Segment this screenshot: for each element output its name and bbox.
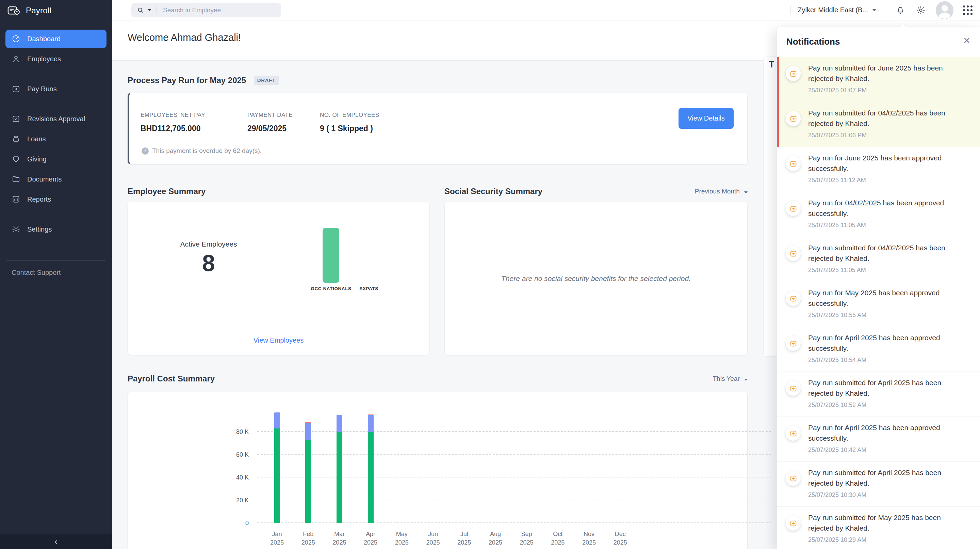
notification-text: Pay run submitted for April 2025 has bee…	[808, 377, 968, 399]
sidebar-item-revisions-approval[interactable]: Revisions Approval	[5, 110, 107, 128]
search-divider	[156, 6, 157, 14]
notification-item[interactable]: Pay run for 04/02/2025 has been approved…	[777, 192, 980, 237]
sidebar-item-loans[interactable]: Loans	[5, 130, 107, 148]
payrun-card: EMPLOYEES' NET PAY BHD112,705.000 PAYMEN…	[127, 93, 748, 164]
giving-icon	[11, 155, 21, 163]
sidebar-item-label: Documents	[27, 176, 62, 183]
org-selector[interactable]: Zylker Middle East (B...	[798, 6, 868, 14]
notification-item[interactable]: Pay run submitted for 04/02/2025 has bee…	[777, 102, 980, 147]
payroll-logo-icon	[8, 5, 21, 16]
close-icon[interactable]: ×	[963, 34, 970, 46]
dashboard-icon	[11, 34, 21, 43]
card-footer-divider	[142, 327, 415, 327]
chevron-down-icon	[744, 379, 748, 381]
sidebar-item-employees[interactable]: Employees	[5, 50, 107, 68]
topbar-divider	[883, 5, 883, 15]
sidebar-item-label: Revisions Approval	[27, 115, 85, 123]
x-axis-tick-label: Dec2025	[605, 530, 636, 547]
global-search[interactable]	[131, 3, 281, 18]
search-scope-caret-icon[interactable]	[148, 9, 151, 11]
filter-label: This Year	[713, 375, 740, 382]
payrun-calendar-icon	[786, 66, 801, 81]
y-axis-tick-label: 80 K	[225, 428, 249, 436]
gcc-nationals-bar	[323, 228, 339, 282]
blue-segment	[368, 415, 374, 432]
sidebar-item-dashboard[interactable]: Dashboard	[5, 30, 107, 48]
topbar-divider	[791, 5, 791, 15]
notification-item[interactable]: Pay run submitted for April 2025 has bee…	[777, 462, 980, 507]
payrun-calendar-icon	[786, 111, 801, 126]
notification-item[interactable]: Pay run submitted for May 2025 has been …	[777, 507, 980, 549]
empty-state-message: There are no social security benefits fo…	[501, 274, 691, 282]
notification-time: 25/07/2025 10:29 AM	[808, 536, 970, 544]
search-input[interactable]	[162, 6, 264, 14]
employee-summary-heading: Employee Summary	[127, 187, 205, 196]
payrun-calendar-icon	[786, 515, 801, 531]
view-employees-link[interactable]: View Employees	[128, 337, 429, 344]
sidebar-item-documents[interactable]: Documents	[5, 170, 107, 188]
sidebar-group-gap	[0, 100, 112, 108]
sidebar-item-reports[interactable]: Reports	[5, 190, 107, 208]
stat-label: EMPLOYEES' NET PAY	[140, 112, 205, 118]
x-axis-tick-label: Jun2025	[417, 530, 449, 547]
notification-text: Pay run for April 2025 has been approved…	[808, 422, 968, 444]
status-badge: DRAFT	[254, 76, 279, 85]
payroll-cost-filter[interactable]: This Year	[612, 375, 748, 383]
payrun-calendar-icon	[786, 381, 801, 396]
view-details-button[interactable]: View Details	[679, 108, 733, 129]
overdue-note: i This payment is overdue by 62 day(s).	[142, 147, 262, 155]
stacked-bar	[305, 422, 311, 523]
notification-item[interactable]: Pay run for May 2025 has been approved s…	[777, 282, 980, 327]
sidebar-item-giving[interactable]: Giving	[5, 150, 107, 168]
stat-value: 9 ( 1 Skipped )	[320, 124, 379, 133]
x-axis-tick-label: Aug2025	[480, 530, 511, 547]
active-employees-label: Active Employees	[140, 240, 277, 248]
notification-item[interactable]: Pay run for April 2025 has been approved…	[777, 417, 980, 462]
y-axis-tick-label: 0	[225, 520, 249, 527]
sidebar-item-settings[interactable]: Settings	[5, 220, 107, 238]
sidebar-item-pay-runs[interactable]: Pay Runs	[5, 80, 107, 98]
x-axis-tick-label: Oct2025	[542, 530, 573, 547]
notification-item[interactable]: Pay run submitted for April 2025 has bee…	[777, 372, 980, 417]
social-security-card: There are no social security benefits fo…	[444, 202, 748, 355]
notifications-title: Notifications	[786, 37, 840, 47]
gridline	[257, 500, 771, 500]
x-axis-tick-label: Mar2025	[324, 530, 355, 547]
payrun-section-heading: Process Pay Run for May 2025 DRAFT	[127, 76, 279, 85]
sidebar-item-label: Reports	[27, 195, 51, 203]
notification-time: 25/07/2025 10:54 AM	[808, 357, 970, 364]
gridline	[257, 454, 771, 455]
notification-item[interactable]: Pay run submitted for June 2025 has been…	[777, 57, 980, 102]
gear-icon[interactable]	[916, 5, 926, 15]
sidebar-collapse-button[interactable]: ‹	[0, 534, 112, 549]
notification-item[interactable]: Pay run for June 2025 has been approved …	[777, 147, 980, 192]
info-icon: i	[142, 147, 149, 155]
notifications-bell-icon[interactable]	[896, 5, 905, 15]
notification-item[interactable]: Pay run submitted for 04/02/2025 has bee…	[777, 237, 980, 282]
contact-support-link[interactable]: Contact Support	[5, 269, 107, 276]
notification-time: 25/07/2025 11:05 AM	[808, 222, 970, 229]
x-axis-tick-label: Sep2025	[511, 530, 542, 547]
chevron-down-icon[interactable]	[872, 9, 876, 11]
blue-segment	[305, 423, 311, 440]
notification-text: Pay run submitted for June 2025 has been…	[808, 63, 968, 84]
green-segment	[368, 432, 374, 523]
apps-grid-icon[interactable]	[963, 5, 972, 15]
sidebar-item-label: Pay Runs	[27, 85, 57, 93]
x-axis-tick-label: Apr2025	[355, 530, 386, 547]
notification-time: 25/07/2025 11:12 AM	[808, 177, 970, 184]
notification-item[interactable]: Pay run for April 2025 has been approved…	[777, 327, 980, 372]
pay-runs-icon	[11, 85, 21, 93]
documents-icon	[11, 175, 21, 184]
payrun-calendar-icon	[786, 471, 801, 486]
notification-time: 25/07/2025 10:52 AM	[808, 402, 970, 409]
stacked-bar	[368, 415, 374, 523]
filter-label: Previous Month	[695, 188, 740, 195]
user-avatar[interactable]	[936, 2, 953, 19]
collapse-chevron-icon: ‹	[54, 536, 57, 547]
x-axis-tick-label: Feb2025	[293, 530, 324, 547]
x-axis-tick-label: Jul2025	[449, 530, 480, 547]
green-segment	[305, 440, 311, 523]
social-security-filter[interactable]: Previous Month	[612, 188, 748, 195]
payrun-calendar-icon	[786, 201, 801, 216]
